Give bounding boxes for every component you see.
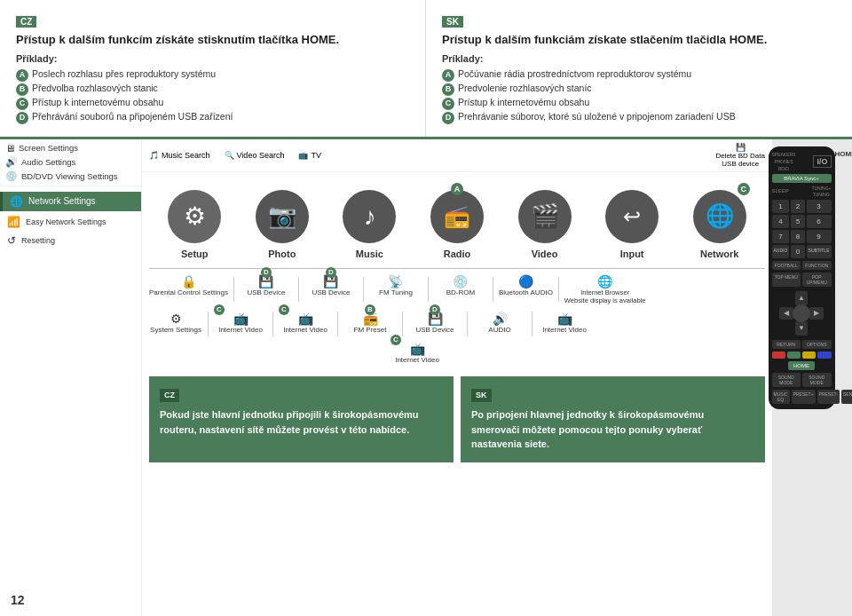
list-item: B Předvolba rozhlasových stanic [16, 82, 409, 96]
icon-video[interactable]: 🎬 Video [518, 190, 572, 259]
btn-4[interactable]: 4 [772, 215, 790, 228]
io-button[interactable]: I/O [813, 155, 831, 168]
btn-9[interactable]: 9 [807, 230, 832, 243]
info-panel-sk: SK Po pripojení hlavnej jednotky k širok… [461, 376, 765, 462]
btn-0[interactable]: 0 [791, 245, 804, 258]
icon-radio[interactable]: A 📻 Radio [430, 190, 484, 259]
sub-fm-preset[interactable]: B 📻 FM Preset [343, 312, 397, 334]
dpad-right[interactable]: ▶ [809, 307, 824, 320]
btn-audio[interactable]: AUDIO [772, 245, 790, 258]
bluetooth-icon: 🔵 [518, 274, 533, 288]
sub-usb-device-1[interactable]: D 💾 USB Device [240, 274, 293, 296]
audio-settings-icon: 🔊 [5, 156, 18, 168]
sub-parental-control[interactable]: 🔒 Parental Control Settings [149, 274, 228, 296]
sub-audio[interactable]: 🔊 AUDIO [473, 312, 526, 334]
sen-btn[interactable]: SEN [841, 390, 852, 404]
sidebar-item-resetting[interactable]: ↺ Resetting [0, 232, 141, 249]
icon-photo[interactable]: 📷 Photo [256, 190, 309, 259]
sound-mode-row: SOUND MODE SOUND MODE [772, 373, 832, 387]
badge-a: A [442, 69, 454, 82]
remote-dpad: ▲ ▼ ◀ ▶ [779, 291, 824, 336]
sub-internet-video-4[interactable]: C 📺 Internet Video [390, 342, 444, 364]
pop-up-btn[interactable]: POP UP/MENU [802, 272, 832, 287]
c-badge-1: C [214, 304, 225, 315]
screen-settings-link[interactable]: 🖥 Screen Settings [5, 143, 136, 154]
football-btn[interactable]: FOOTBALL [772, 261, 801, 270]
tv-link[interactable]: 📺 TV [298, 151, 321, 160]
btn-yellow[interactable] [802, 351, 816, 359]
sub-system-settings[interactable]: ⚙ System Settings [149, 312, 202, 334]
delete-bd-icon: 💾 [736, 143, 746, 152]
btn-8[interactable]: 8 [791, 230, 804, 243]
audio-settings-link[interactable]: 🔊 Audio Settings [5, 156, 136, 168]
setup-icon: ⚙ [184, 201, 206, 231]
icon-grid: ⚙ Setup 📷 Photo ♪ Music [142, 172, 772, 268]
preset-row: MUSIC EQ PRESET+ PRESET- SEN [772, 390, 832, 404]
usb-device-label-2: USB Device [312, 288, 350, 296]
btn-2[interactable]: 2 [791, 200, 804, 213]
return-btn[interactable]: RETURN [772, 340, 801, 349]
function-btn[interactable]: FUNCTION [802, 261, 832, 270]
v-divider [337, 312, 338, 336]
top-menu-btn[interactable]: TOP MENU [772, 272, 801, 287]
music-eq-btn[interactable]: MUSIC EQ [772, 390, 790, 404]
video-icon-circle: 🎬 [518, 190, 572, 243]
sub-usb-device-3[interactable]: D 💾 USB Device [408, 312, 462, 334]
icon-setup[interactable]: ⚙ Setup [168, 190, 221, 259]
options-btn[interactable]: OPTIONS [802, 340, 832, 349]
btn-red[interactable] [772, 351, 785, 359]
cz-item-b: Předvolba rozhlasových stanic [32, 82, 158, 96]
btn-5[interactable]: 5 [791, 215, 804, 228]
v-divider [532, 312, 532, 336]
btn-6[interactable]: 6 [807, 215, 832, 228]
sub-bluetooth[interactable]: 🔵 Bluetooth AUDIO [499, 274, 553, 296]
sk-subtitle: Príklady: [442, 53, 836, 64]
sub-internet-video-2[interactable]: C 📺 Internet Video [279, 312, 332, 334]
bravia-sync-button[interactable]: BRAVIA Sync+ [772, 174, 832, 183]
icon-input[interactable]: ↩ Input [605, 190, 659, 259]
music-search-link[interactable]: 🎵 Music Search [149, 151, 210, 160]
radio-icon: 📻 [444, 204, 470, 229]
sub-internet-browser[interactable]: 🌐 Internet BrowserWebsite display is ava… [564, 274, 646, 304]
sub-internet-video-1[interactable]: C 📺 Internet Video [214, 312, 267, 334]
remote-left-btns: SPEAKERS PHONES BD/D [772, 152, 796, 171]
home-button[interactable]: HOME [788, 361, 815, 370]
sidebar-item-easy-network[interactable]: 📶 Easy Network Settings [0, 213, 141, 231]
sk-item-d: Prehrávanie súborov, ktoré sú uložené v … [458, 110, 736, 124]
internet-browser-icon: 🌐 [597, 274, 612, 288]
delete-bd-group: 💾 Delete BD Data USB device [715, 143, 765, 168]
sub-fm-tuning[interactable]: 📡 FM Tuning [369, 274, 422, 296]
c-badge: C [738, 183, 750, 195]
sub-usb-device-2[interactable]: D 💾 USB Device [304, 274, 358, 296]
icon-music[interactable]: ♪ Music [343, 190, 396, 259]
setup-icon-circle: ⚙ [168, 190, 221, 243]
bd-dvd-settings-link[interactable]: 💿 BD/DVD Viewing Settings [5, 170, 136, 182]
preset-minus-btn[interactable]: PRESET- [817, 390, 840, 404]
btn-7[interactable]: 7 [772, 230, 790, 243]
dpad-down[interactable]: ▼ [795, 321, 808, 336]
preset-plus-btn[interactable]: PRESET+ [792, 390, 816, 404]
sound-mode-btn-1[interactable]: SOUND MODE [772, 373, 801, 387]
sound-mode-btn-2[interactable]: SOUND MODE [802, 373, 832, 387]
sk-label: SK [442, 16, 463, 28]
sub-internet-video-3[interactable]: 📺 Internet Video [538, 312, 591, 334]
sidebar-top-settings: 🖥 Screen Settings 🔊 Audio Settings 💿 BD/… [0, 139, 141, 186]
tuning-plus: TUNING+ [811, 186, 831, 191]
dpad-center-btn[interactable] [793, 304, 810, 322]
easy-network-icon: 📶 [7, 216, 20, 228]
icon-network[interactable]: C 🌐 Network [693, 190, 746, 259]
colored-buttons-row [772, 351, 832, 359]
btn-3[interactable]: 3 [807, 200, 832, 213]
dpad-up[interactable]: ▲ [795, 291, 808, 305]
photo-icon-circle: 📷 [256, 190, 309, 243]
video-search-label: Video Search [237, 151, 285, 160]
sub-bd-rom[interactable]: 💿 BD-ROM [434, 274, 487, 296]
video-search-link[interactable]: 🔍 Video Search [225, 151, 285, 160]
bd-rom-label: BD-ROM [446, 288, 475, 296]
dpad-left[interactable]: ◀ [779, 307, 793, 320]
sidebar-item-network-settings[interactable]: 🌐 Network Settings [0, 192, 141, 211]
btn-blue[interactable] [817, 351, 831, 359]
btn-subtitle[interactable]: SUBTITLE [807, 245, 832, 258]
btn-1[interactable]: 1 [772, 200, 790, 213]
btn-green[interactable] [787, 351, 801, 359]
